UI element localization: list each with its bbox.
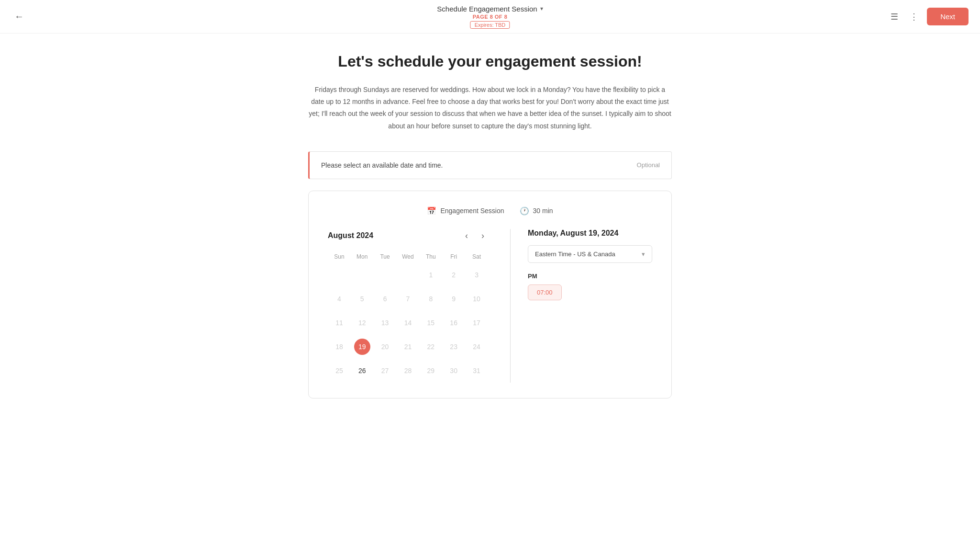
next-button[interactable]: Next [927,8,969,25]
month-title: August 2024 [328,231,456,240]
duration-label: 30 min [533,207,553,215]
header: ← Schedule Engagement Session ▾ PAGE 8 O… [0,0,980,34]
calendar-day [374,263,397,287]
calendar-day: 6 [374,287,397,311]
calendar-day [351,263,374,287]
calendar-day[interactable]: 26 [351,359,374,383]
calendar-body: August 2024 ‹ › Sun Mon Tue Wed Thu Fri [328,229,652,383]
back-button[interactable]: ← [11,8,27,25]
expires-badge: Expires: TBD [437,20,543,29]
calendar-day: 5 [351,287,374,311]
calendar-day: 1 [419,263,442,287]
calendar-day: 14 [397,311,420,335]
calendar-day: 8 [419,287,442,311]
calendar-week-row: 18192021222324 [328,335,488,359]
question-label: Please select an available date and time… [321,161,443,169]
session-info: 📅 Engagement Session [427,206,504,216]
calendar-icon: 📅 [427,206,436,216]
timezone-label: Eastern Time - US & Canada [535,250,615,258]
calendar-day: 7 [397,287,420,311]
days-of-week-row: Sun Mon Tue Wed Thu Fri Sat [328,250,488,263]
dow-sun: Sun [328,250,351,263]
dow-wed: Wed [397,250,420,263]
session-label: Engagement Session [440,207,504,215]
calendar-week-row: 25262728293031 [328,359,488,383]
calendar-weeks: 1234567891011121314151617181920212223242… [328,263,488,383]
calendar-day: 23 [442,335,465,359]
time-period-label: PM [528,273,652,280]
list-icon: ☰ [891,12,898,22]
header-center: Schedule Engagement Session ▾ PAGE 8 OF … [437,5,543,29]
main-content: Let's schedule your engagement session! … [299,34,681,427]
header-title-row: Schedule Engagement Session ▾ [437,5,543,13]
calendar-day: 22 [419,335,442,359]
header-right: ☰ ⋮ Next [888,8,969,25]
calendar-day: 25 [328,359,351,383]
next-month-button[interactable]: › [478,229,488,243]
calendar-day: 9 [442,287,465,311]
clock-icon: 🕐 [520,206,529,216]
calendar-day: 2 [442,263,465,287]
calendar-day: 17 [465,311,488,335]
calendar-day: 28 [397,359,420,383]
timezone-selector[interactable]: Eastern Time - US & Canada ▾ [528,245,652,263]
calendar-day: 18 [328,335,351,359]
page-title: Let's schedule your engagement session! [308,53,672,70]
selected-date-label: Monday, August 19, 2024 [528,229,652,238]
calendar-week-row: 11121314151617 [328,311,488,335]
calendar-day: 12 [351,311,374,335]
dow-tue: Tue [374,250,397,263]
question-section: Please select an available date and time… [308,151,672,179]
calendar-grid: Sun Mon Tue Wed Thu Fri Sat 123456789101… [328,250,488,383]
calendar-day [328,263,351,287]
month-nav: August 2024 ‹ › [328,229,488,243]
calendar-divider [510,229,511,383]
dow-thu: Thu [419,250,442,263]
calendar-day: 13 [374,311,397,335]
calendar-day: 10 [465,287,488,311]
time-slot-button[interactable]: 07:00 [528,284,562,300]
calendar-day: 4 [328,287,351,311]
title-chevron-icon: ▾ [540,5,543,12]
calendar-day: 24 [465,335,488,359]
calendar-week-row: 123 [328,263,488,287]
more-icon: ⋮ [910,12,918,22]
calendar-left: August 2024 ‹ › Sun Mon Tue Wed Thu Fri [328,229,502,383]
calendar-day: 27 [374,359,397,383]
duration-info: 🕐 30 min [520,206,553,216]
calendar-day: 20 [374,335,397,359]
calendar-day: 30 [442,359,465,383]
calendar-day [397,263,420,287]
dow-sat: Sat [465,250,488,263]
calendar-day: 3 [465,263,488,287]
calendar-day: 21 [397,335,420,359]
calendar-day: 29 [419,359,442,383]
calendar-day: 11 [328,311,351,335]
time-slots-container: 07:00 [528,284,652,300]
description-text: Fridays through Sundays are reserved for… [308,84,672,132]
calendar-card: 📅 Engagement Session 🕐 30 min August 202… [308,191,672,398]
dow-fri: Fri [442,250,465,263]
prev-month-button[interactable]: ‹ [461,229,472,243]
calendar-day[interactable]: 19 [351,335,374,359]
calendar-right: Monday, August 19, 2024 Eastern Time - U… [518,229,652,383]
list-icon-button[interactable]: ☰ [888,9,901,25]
timezone-chevron-icon: ▾ [642,250,645,258]
optional-label: Optional [637,161,660,169]
calendar-info: 📅 Engagement Session 🕐 30 min [328,206,652,216]
calendar-day: 16 [442,311,465,335]
calendar-day: 15 [419,311,442,335]
calendar-day: 31 [465,359,488,383]
session-title: Schedule Engagement Session [437,5,537,13]
dow-mon: Mon [351,250,374,263]
more-options-button[interactable]: ⋮ [907,9,921,25]
page-indicator: PAGE 8 OF 8 [437,14,543,20]
calendar-week-row: 45678910 [328,287,488,311]
